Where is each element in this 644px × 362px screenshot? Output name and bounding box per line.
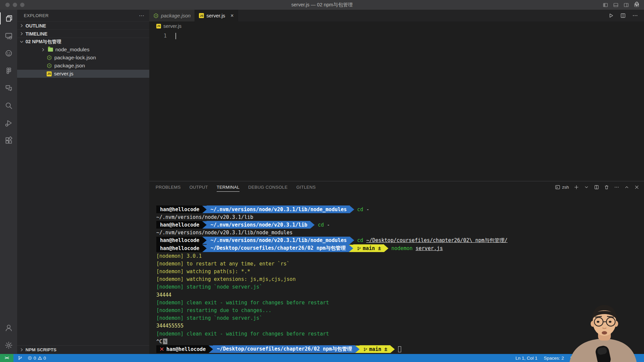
terminal-text: [nodemon] clean exit - waiting for chang…: [156, 300, 329, 306]
activity-item-settings[interactable]: [0, 337, 17, 354]
panel-tab-problems[interactable]: PROBLEMS: [156, 183, 181, 192]
kill-terminal-icon[interactable]: [604, 185, 609, 190]
source-control-status[interactable]: [18, 356, 22, 360]
prompt-user-text: han@hellocode: [160, 206, 199, 213]
terminal-cursor: [398, 346, 401, 352]
terminal-line: ~/.nvm/versions/node/v20.3.1/lib: [156, 213, 644, 221]
file-name: node_modules: [55, 47, 90, 53]
layout-panel-icon[interactable]: [613, 2, 619, 8]
status-item-indentation[interactable]: Spaces: 2: [544, 356, 564, 361]
prompt-path-text: ~/Desktop/coursefiles/chapter26/02 npm与包…: [210, 245, 345, 251]
activity-item-search[interactable]: [0, 97, 17, 114]
prompt-path-text: ~/.nvm/versions/node/v20.3.1/lib/node_mo…: [210, 237, 346, 243]
explorer-more-actions-icon[interactable]: ⋯: [139, 12, 145, 19]
chevron-right-icon: [19, 23, 24, 28]
prompt-path-segment: ~/Desktop/coursefiles/chapter26/02 npm与包…: [213, 345, 355, 353]
status-item-cursor-position[interactable]: Ln 1, Col 1: [516, 356, 537, 361]
terminal-text: [nodemon] starting `node server.js`: [156, 315, 262, 321]
zoom-window-icon[interactable]: [20, 3, 24, 7]
copilot-icon: [5, 49, 13, 57]
panel-tab-debug-console[interactable]: DEBUG CONSOLE: [248, 183, 287, 192]
notifications-bell-icon[interactable]: [634, 1, 639, 6]
file-package-lock.json[interactable]: JSpackage-lock.json: [17, 54, 149, 62]
settings-icon: [5, 341, 13, 349]
maximize-panel-icon[interactable]: [624, 185, 629, 190]
close-panel-icon[interactable]: [634, 185, 639, 190]
layout-sidebar-right-icon[interactable]: [624, 2, 629, 8]
terminal-profile-selector[interactable]: zsh: [555, 185, 569, 190]
file-node_modules[interactable]: node_modules: [17, 46, 149, 54]
account-icon: [5, 324, 13, 332]
activity-item-explorer[interactable]: [0, 10, 17, 27]
status-item-language-mode[interactable]: {} JavaScript: [601, 356, 627, 361]
panel-tab-terminal[interactable]: TERMINAL: [217, 183, 239, 192]
sidebar-section-timeline[interactable]: TIMELINE: [17, 29, 149, 38]
activity-item-figma[interactable]: [0, 62, 17, 79]
folder-icon: [48, 48, 53, 52]
close-window-icon[interactable]: [5, 3, 10, 7]
sidebar-section-npm-scripts[interactable]: NPM SCRIPTS: [17, 345, 149, 354]
terminal-line: han@hellocode~/.nvm/versions/node/v20.3.…: [156, 237, 644, 244]
status-item-eol[interactable]: LF: [589, 356, 595, 361]
file-package.json[interactable]: JSpackage.json: [17, 62, 149, 70]
terminal-controls: zsh: [555, 185, 639, 190]
dropdown-icon[interactable]: [584, 185, 589, 190]
sidebar-section-outline[interactable]: OUTLINE: [17, 21, 149, 29]
prompt-user-text: han@hellocode: [166, 346, 206, 352]
activity-item-run-debug[interactable]: [0, 114, 17, 132]
js-file-icon: JS: [156, 24, 161, 28]
prompt-user-text: han@hellocode: [160, 222, 199, 228]
chevron-right-icon: [41, 47, 46, 52]
activity-item-copilot[interactable]: [0, 45, 17, 62]
minimize-window-icon[interactable]: [13, 3, 17, 7]
panel-tab-gitlens[interactable]: GITLENS: [296, 183, 316, 192]
run-file-button[interactable]: [608, 13, 614, 18]
split-terminal-icon[interactable]: [594, 185, 599, 190]
file-server.js[interactable]: JSserver.js: [17, 70, 149, 78]
remote-indicator[interactable]: ><: [0, 354, 13, 362]
text-cursor: [175, 33, 176, 39]
editor-actions: [608, 10, 644, 21]
terminal-line: ^C%: [156, 338, 644, 345]
terminal-line: han@hellocode~/.nvm/versions/node/v20.3.…: [156, 205, 644, 213]
sidebar-workspace-root[interactable]: 02 NPM与包管理: [17, 38, 149, 46]
editor-more-actions-button[interactable]: [632, 13, 638, 18]
problems-status[interactable]: 0 0: [28, 356, 46, 361]
panel-tab-output[interactable]: OUTPUT: [190, 183, 208, 192]
close-tab-icon[interactable]: ×: [230, 13, 233, 18]
shell-label: zsh: [562, 185, 569, 190]
status-item-encoding[interactable]: UTF-8: [570, 356, 583, 361]
terminal-line: [nodemon] watching extensions: js,mjs,cj…: [156, 276, 644, 283]
activity-item-remote-explorer[interactable]: [0, 27, 17, 45]
terminal-text: cd: [357, 206, 363, 213]
split-editor-button[interactable]: [620, 13, 626, 18]
activity-item-account[interactable]: [0, 319, 17, 337]
chevron-right-icon: [19, 347, 24, 352]
prompt-path-segment: ~/.nvm/versions/node/v20.3.1/lib/node_mo…: [207, 237, 350, 244]
tab-server.js[interactable]: JSserver.js×: [195, 10, 238, 21]
prompt-path-text: ~/.nvm/versions/node/v20.3.1/lib/node_mo…: [210, 206, 346, 213]
terminal-output[interactable]: han@hellocode~/.nvm/versions/node/v20.3.…: [149, 193, 644, 354]
terminal-line: han@hellocode~/.nvm/versions/node/v20.3.…: [156, 221, 644, 229]
powerline-arrow-icon: [202, 221, 207, 229]
explorer-sidebar: EXPLORER ⋯ OUTLINE TIMELINE 02 NPM与包管理 n…: [17, 10, 149, 354]
activity-bar-spacer: [0, 149, 17, 319]
tab-label: package.json: [161, 13, 191, 18]
layout-sidebar-left-icon[interactable]: [603, 2, 608, 8]
status-bar: >< 0 0 Ln 1, Col 1Spaces: 2UTF-8LF{} Jav…: [0, 354, 644, 362]
powerline-arrow-icon: [349, 245, 353, 252]
new-terminal-icon[interactable]: [574, 185, 579, 190]
prompt-user-segment: han@hellocode: [156, 345, 209, 353]
breadcrumb[interactable]: JS server.js: [149, 21, 644, 31]
tab-package.json[interactable]: JSpackage.json: [149, 10, 195, 21]
more-icon[interactable]: [614, 185, 619, 190]
activity-item-extensions[interactable]: [0, 132, 17, 149]
prompt-git-text: main ±: [363, 245, 381, 251]
file-name: package-lock.json: [54, 55, 96, 61]
activity-item-comments[interactable]: [0, 79, 17, 97]
svg-text:JS: JS: [155, 15, 157, 17]
terminal-text: [413, 245, 416, 251]
svg-text:JS: JS: [48, 57, 51, 59]
window-title: server.js — 02 npm与包管理: [291, 2, 353, 8]
tab-label: server.js: [206, 13, 225, 18]
